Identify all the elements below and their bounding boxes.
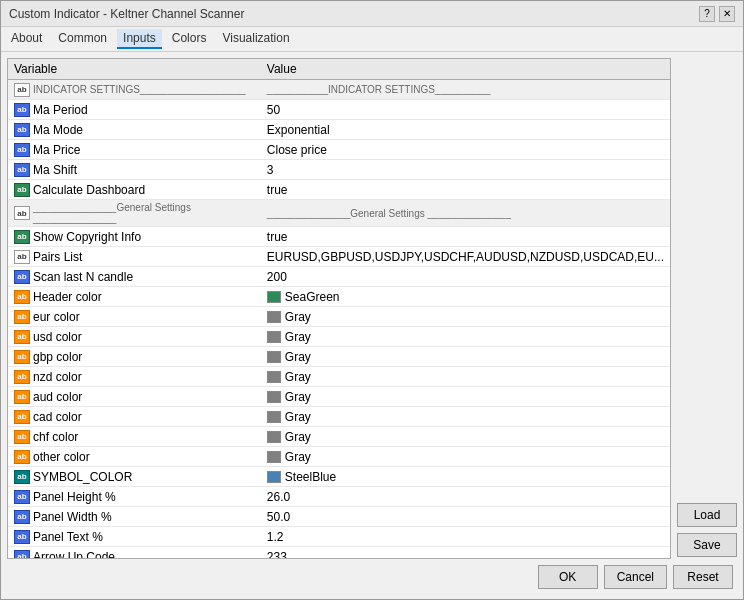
table-row[interactable]: abCalculate Dashboardtrue <box>8 180 670 200</box>
main-window: Custom Indicator - Keltner Channel Scann… <box>0 0 744 600</box>
variable-label: Ma Period <box>33 103 88 117</box>
table-row[interactable]: abusd colorGray <box>8 327 670 347</box>
variable-label: Ma Shift <box>33 163 77 177</box>
table-row[interactable]: abShow Copyright Infotrue <box>8 227 670 247</box>
table-row[interactable]: abPanel Text %1.2 <box>8 527 670 547</box>
table-row[interactable]: abScan last N candle200 <box>8 267 670 287</box>
table-row[interactable]: abMa PriceClose price <box>8 140 670 160</box>
color-swatch <box>267 331 281 343</box>
value-cell: Close price <box>261 140 670 160</box>
settings-table: Variable Value abINDICATOR SETTINGS_____… <box>8 59 670 559</box>
table-row[interactable]: abHeader colorSeaGreen <box>8 287 670 307</box>
menu-item-colors[interactable]: Colors <box>166 29 213 49</box>
menu-item-about[interactable]: About <box>5 29 48 49</box>
value-cell: 50.0 <box>261 507 670 527</box>
color-swatch <box>267 451 281 463</box>
table-row[interactable]: abMa Shift3 <box>8 160 670 180</box>
table-row[interactable]: abINDICATOR SETTINGS____________________… <box>8 80 670 100</box>
variable-cell: abMa Period <box>8 100 261 120</box>
table-row[interactable]: abPanel Height %26.0 <box>8 487 670 507</box>
menu-item-inputs[interactable]: Inputs <box>117 29 162 49</box>
variable-cell: abPanel Width % <box>8 507 261 527</box>
color-value: Gray <box>285 410 311 424</box>
variable-cell: abcad color <box>8 407 261 427</box>
reset-button[interactable]: Reset <box>673 565 733 589</box>
variable-label: aud color <box>33 390 82 404</box>
col-header-value: Value <box>261 59 670 80</box>
variable-cell: abother color <box>8 447 261 467</box>
variable-cell: abchf color <box>8 427 261 447</box>
value-cell: 26.0 <box>261 487 670 507</box>
variable-cell: abgbp color <box>8 347 261 367</box>
table-row[interactable]: ab_______________General Settings ______… <box>8 200 670 227</box>
variable-cell: abPanel Text % <box>8 527 261 547</box>
variable-cell: abnzd color <box>8 367 261 387</box>
variable-label: Show Copyright Info <box>33 230 141 244</box>
table-container[interactable]: Variable Value abINDICATOR SETTINGS_____… <box>7 58 671 559</box>
color-swatch <box>267 391 281 403</box>
variable-label: nzd color <box>33 370 82 384</box>
row-icon: ab <box>14 83 30 97</box>
row-icon: ab <box>14 550 30 560</box>
variable-cell: ab_______________General Settings ______… <box>8 200 261 227</box>
table-row[interactable]: abPairs ListEURUSD,GBPUSD,USDJPY,USDCHF,… <box>8 247 670 267</box>
variable-cell: abSYMBOL_COLOR <box>8 467 261 487</box>
table-row[interactable]: abgbp colorGray <box>8 347 670 367</box>
menu-item-visualization[interactable]: Visualization <box>216 29 295 49</box>
table-row[interactable]: abcad colorGray <box>8 407 670 427</box>
menu-item-common[interactable]: Common <box>52 29 113 49</box>
ok-button[interactable]: OK <box>538 565 598 589</box>
value-cell: EURUSD,GBPUSD,USDJPY,USDCHF,AUDUSD,NZDUS… <box>261 247 670 267</box>
table-row[interactable]: abPanel Width %50.0 <box>8 507 670 527</box>
variable-cell: abScan last N candle <box>8 267 261 287</box>
value-cell: true <box>261 180 670 200</box>
row-icon: ab <box>14 310 30 324</box>
footer-buttons: OK Cancel Reset <box>7 559 737 593</box>
variable-label: Calculate Dashboard <box>33 183 145 197</box>
table-row[interactable]: abSYMBOL_COLORSteelBlue <box>8 467 670 487</box>
load-button[interactable]: Load <box>677 503 737 527</box>
value-cell: Gray <box>261 367 670 387</box>
cancel-button[interactable]: Cancel <box>604 565 667 589</box>
value-cell: Gray <box>261 427 670 447</box>
side-buttons: Load Save <box>671 58 737 559</box>
variable-label: Panel Height % <box>33 490 116 504</box>
table-row[interactable]: abArrow Up Code233 <box>8 547 670 560</box>
row-icon: ab <box>14 530 30 544</box>
value-cell: ___________INDICATOR SETTINGS__________ <box>261 80 670 100</box>
table-row[interactable]: abMa ModeExponential <box>8 120 670 140</box>
table-row[interactable]: abaud colorGray <box>8 387 670 407</box>
table-row[interactable]: abother colorGray <box>8 447 670 467</box>
variable-label: usd color <box>33 330 82 344</box>
row-icon: ab <box>14 250 30 264</box>
close-button[interactable]: ✕ <box>719 6 735 22</box>
row-icon: ab <box>14 143 30 157</box>
value-cell: 50 <box>261 100 670 120</box>
row-icon: ab <box>14 163 30 177</box>
variable-cell: abShow Copyright Info <box>8 227 261 247</box>
table-row[interactable]: abeur colorGray <box>8 307 670 327</box>
color-value: SteelBlue <box>285 470 336 484</box>
variable-cell: abINDICATOR SETTINGS___________________ <box>8 80 261 100</box>
variable-cell: abHeader color <box>8 287 261 307</box>
variable-label: Panel Text % <box>33 530 103 544</box>
color-value: Gray <box>285 370 311 384</box>
table-row[interactable]: abchf colorGray <box>8 427 670 447</box>
row-icon: ab <box>14 270 30 284</box>
value-cell: Gray <box>261 447 670 467</box>
table-row[interactable]: abMa Period50 <box>8 100 670 120</box>
row-icon: ab <box>14 123 30 137</box>
variable-label: _______________General Settings ________… <box>33 202 255 224</box>
save-button[interactable]: Save <box>677 533 737 557</box>
row-icon: ab <box>14 470 30 484</box>
title-controls: ? ✕ <box>699 6 735 22</box>
value-cell: Exponential <box>261 120 670 140</box>
row-icon: ab <box>14 410 30 424</box>
table-row[interactable]: abnzd colorGray <box>8 367 670 387</box>
variable-cell: abMa Shift <box>8 160 261 180</box>
row-icon: ab <box>14 230 30 244</box>
help-button[interactable]: ? <box>699 6 715 22</box>
row-icon: ab <box>14 510 30 524</box>
row-icon: ab <box>14 490 30 504</box>
title-bar: Custom Indicator - Keltner Channel Scann… <box>1 1 743 27</box>
